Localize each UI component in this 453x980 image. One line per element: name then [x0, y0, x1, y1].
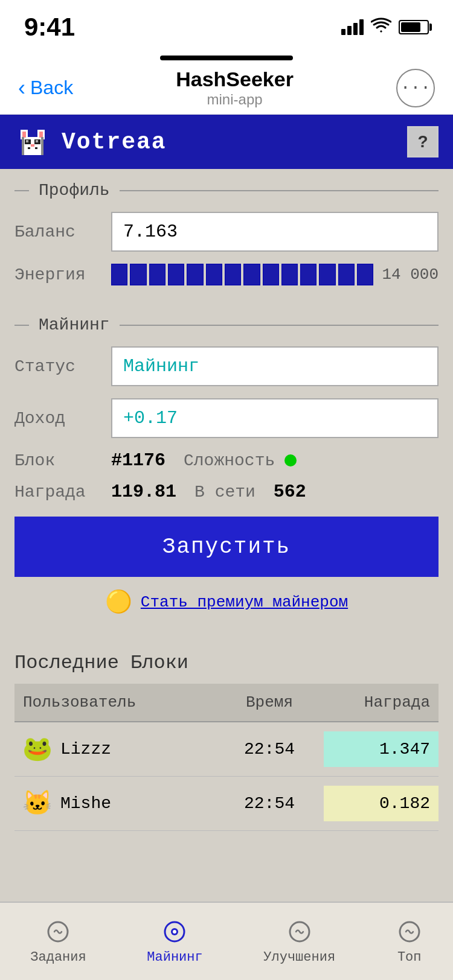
status-time: 9:41	[24, 13, 75, 42]
energy-segment-9	[281, 264, 298, 285]
row-time-1: 22:54	[215, 786, 324, 821]
app-header: Votreaa ?	[0, 115, 453, 169]
svg-rect-11	[35, 147, 37, 149]
energy-segment-4	[187, 264, 203, 285]
mining-section-label: Майнинг	[39, 316, 110, 334]
balance-label: Баланс	[14, 223, 111, 241]
avatar: 🐸	[23, 735, 52, 764]
row-user-1: 🐱Mishe	[14, 781, 215, 827]
status-text: Майнинг	[123, 356, 199, 377]
avatar: 🐱	[23, 789, 52, 818]
block-label: Блок	[14, 451, 111, 470]
svg-rect-4	[39, 132, 43, 138]
difficulty-label: Сложность	[184, 451, 275, 470]
nav-label-top: Топ	[397, 950, 422, 965]
energy-segment-10	[300, 264, 316, 285]
top-icon	[396, 918, 423, 945]
mining-section: Статус Майнинг Доход +0.17 Блок #1176 Сл…	[0, 340, 453, 640]
balance-row: Баланс 7.163	[14, 212, 439, 252]
svg-rect-10	[28, 147, 30, 149]
status-label: Статус	[14, 357, 111, 376]
col-header-time: Время	[215, 684, 324, 721]
table-rows: 🐸Lizzz22:541.347🐱Mishe22:540.182	[14, 722, 439, 831]
energy-row: Энергия 14 000	[14, 264, 439, 285]
svg-point-17	[173, 930, 176, 934]
reward-label: Награда	[14, 483, 111, 501]
energy-bar-container: 14 000	[111, 264, 439, 285]
tasks-icon	[45, 918, 71, 945]
income-label: Доход	[14, 409, 111, 428]
nav-title-group: HashSeeker mini-app	[176, 68, 294, 108]
energy-segments	[111, 264, 373, 285]
energy-segment-2	[149, 264, 165, 285]
energy-label: Энергия	[14, 266, 111, 284]
balance-value: 7.163	[111, 212, 439, 252]
nav-item-tasks[interactable]: Задания	[18, 912, 98, 971]
col-header-reward: Награда	[324, 684, 439, 721]
battery-icon	[399, 20, 429, 34]
mining-icon	[161, 918, 188, 945]
energy-segment-3	[168, 264, 184, 285]
energy-segment-5	[206, 264, 222, 285]
energy-segment-7	[243, 264, 260, 285]
dynamic-island	[0, 54, 453, 62]
energy-segment-6	[225, 264, 241, 285]
premium-link[interactable]: Стать премиум майнером	[141, 593, 348, 611]
profile-section-divider: Профиль	[0, 169, 453, 206]
col-header-user: Пользователь	[14, 684, 215, 721]
last-blocks-section: Последние Блоки Пользователь Время Награ…	[0, 640, 453, 831]
income-value: +0.17	[111, 398, 439, 438]
help-button[interactable]: ?	[407, 126, 439, 158]
reward-row: Награда 119.81 В сети 562	[14, 482, 439, 502]
difficulty-dot-icon	[284, 454, 297, 466]
svg-rect-9	[31, 144, 34, 147]
profile-section: Баланс 7.163 Энергия 14 000	[0, 206, 453, 304]
profile-section-label: Профиль	[39, 181, 110, 200]
nav-item-upgrades[interactable]: Улучшения	[251, 912, 347, 971]
launch-button[interactable]: Запустить	[14, 517, 439, 577]
block-value: #1176	[111, 450, 165, 471]
more-button[interactable]: ···	[396, 69, 435, 107]
energy-segment-11	[319, 264, 335, 285]
income-text: +0.17	[123, 408, 178, 428]
status-bar: 9:41	[0, 0, 453, 54]
bottom-nav: Задания Майнинг Улучшения Топ	[0, 902, 453, 980]
status-value: Майнинг	[111, 346, 439, 386]
row-user-0: 🐸Lizzz	[14, 727, 215, 772]
table-row[interactable]: 🐱Mishe22:540.182	[14, 777, 439, 831]
network-label: В сети	[194, 483, 255, 501]
row-reward-1: 0.182	[324, 786, 439, 821]
app-name: Votreaa	[62, 129, 167, 155]
row-time-0: 22:54	[215, 731, 324, 767]
energy-segment-13	[357, 264, 373, 285]
energy-segment-0	[111, 264, 127, 285]
premium-row: 🟡 Стать премиум майнером	[14, 589, 439, 616]
main-content: Профиль Баланс 7.163 Энергия 14 000 Майн…	[0, 169, 453, 831]
status-row: Статус Майнинг	[14, 346, 439, 386]
username: Lizzz	[60, 740, 111, 759]
premium-coin-icon: 🟡	[105, 589, 132, 616]
table-header: Пользователь Время Награда	[14, 684, 439, 722]
income-row: Доход +0.17	[14, 398, 439, 438]
back-button[interactable]: ‹ Back	[18, 75, 73, 101]
upgrades-icon	[286, 918, 313, 945]
back-chevron-icon: ‹	[18, 75, 25, 101]
nav-subtitle: mini-app	[176, 91, 294, 108]
energy-segment-1	[130, 264, 146, 285]
nav-label-tasks: Задания	[30, 950, 86, 965]
back-label: Back	[30, 77, 73, 99]
username: Mishe	[60, 794, 111, 813]
nav-item-mining[interactable]: Майнинг	[135, 912, 214, 971]
nav-item-top[interactable]: Топ	[384, 912, 435, 971]
svg-rect-3	[22, 132, 26, 138]
wifi-icon	[371, 17, 391, 38]
svg-rect-12	[22, 137, 24, 155]
svg-rect-7	[26, 140, 28, 142]
svg-rect-13	[41, 137, 43, 155]
mining-section-divider: Майнинг	[0, 304, 453, 340]
table-row[interactable]: 🐸Lizzz22:541.347	[14, 722, 439, 777]
nav-label-mining: Майнинг	[147, 950, 202, 965]
last-blocks-title: Последние Блоки	[14, 652, 439, 674]
energy-segment-12	[338, 264, 355, 285]
status-icons	[341, 17, 429, 38]
